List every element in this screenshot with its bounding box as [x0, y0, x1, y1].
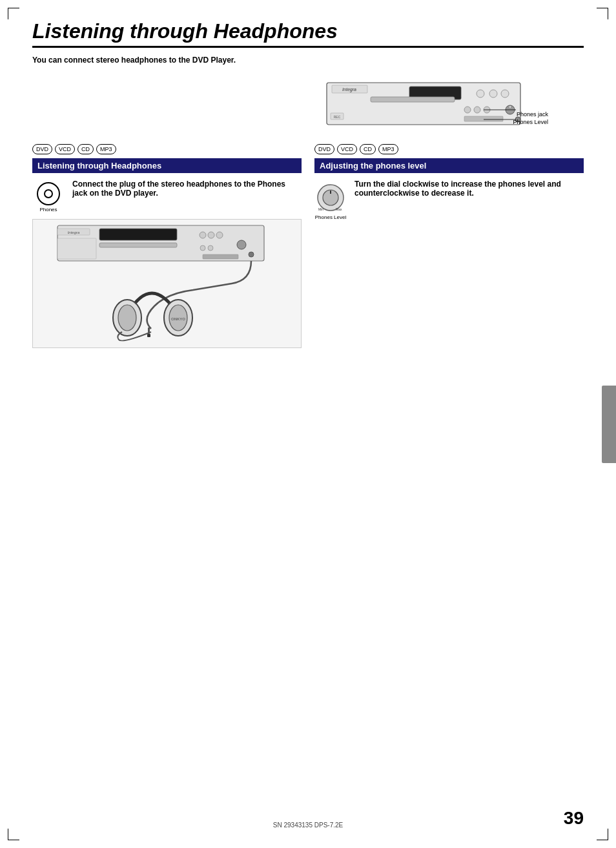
svg-text:Integra: Integra: [342, 87, 356, 92]
left-instruction-text: Connect the plug of the stereo headphone…: [72, 180, 302, 198]
phones-level-icon-area: Min Max Phones Level: [314, 180, 347, 220]
svg-rect-29: [203, 254, 238, 259]
svg-point-24: [216, 232, 223, 238]
svg-text:Min: Min: [318, 207, 323, 211]
svg-point-6: [489, 90, 497, 98]
svg-point-5: [477, 90, 484, 98]
badge-vcd-right: VCD: [337, 144, 357, 154]
right-section-header: Adjusting the phones level: [314, 158, 584, 173]
phones-jack-icon: [37, 182, 60, 205]
subtitle: You can connect stereo headphones to the…: [32, 56, 584, 65]
svg-point-22: [200, 232, 206, 238]
headphones-svg: Integra ONKYO: [51, 222, 283, 345]
phones-icon-label: Phones: [39, 207, 57, 212]
svg-point-25: [200, 245, 205, 251]
left-section-header: Listening through Headphones: [32, 158, 302, 173]
corner-mark-br: [597, 829, 608, 840]
svg-point-9: [474, 107, 480, 113]
badge-cd-left: CD: [77, 144, 94, 154]
svg-text:ONKYO: ONKYO: [170, 317, 185, 321]
corner-mark-tr: [597, 8, 608, 19]
badge-mp3-right: MP3: [378, 144, 398, 154]
svg-point-26: [208, 245, 213, 251]
page-number: 39: [564, 808, 584, 829]
phones-jack-inner: [44, 189, 53, 198]
headphones-illustration: Integra ONKYO: [32, 219, 302, 348]
page: Listening through Headphones You can con…: [0, 0, 616, 848]
left-column: DVD VCD CD MP3 Listening through Headpho…: [32, 144, 302, 348]
svg-text:Max: Max: [336, 207, 342, 211]
svg-point-8: [464, 107, 471, 113]
badge-cd-right: CD: [360, 144, 376, 154]
main-content: DVD VCD CD MP3 Listening through Headpho…: [32, 144, 584, 348]
phones-level-dial-svg: Min Max: [315, 182, 346, 213]
badge-dvd-right: DVD: [314, 144, 334, 154]
page-title: Listening through Headphones: [32, 19, 584, 48]
svg-rect-32: [57, 238, 96, 259]
svg-point-27: [237, 240, 246, 249]
phones-level-icon-label: Phones Level: [315, 214, 346, 220]
badge-vcd-left: VCD: [55, 144, 75, 154]
svg-point-23: [208, 232, 214, 238]
left-instruction-row: Phones Connect the plug of the stereo he…: [32, 180, 302, 212]
badge-dvd-left: DVD: [32, 144, 52, 154]
svg-point-34: [118, 305, 136, 331]
svg-text:Integra: Integra: [67, 231, 79, 234]
svg-point-7: [501, 90, 509, 98]
svg-rect-21: [99, 243, 177, 247]
svg-rect-39: [147, 334, 150, 337]
corner-mark-tl: [8, 8, 19, 19]
annotation-arrows: [484, 107, 548, 132]
corner-mark-bl: [8, 829, 19, 840]
svg-text:REC: REC: [334, 115, 341, 119]
left-format-badges: DVD VCD CD MP3: [32, 144, 302, 154]
right-instruction-row: Min Max Phones Level Turn the dial clock…: [314, 180, 584, 220]
phones-icon-area: Phones: [32, 180, 65, 212]
right-column: DVD VCD CD MP3 Adjusting the phones leve…: [314, 144, 584, 348]
svg-rect-4: [371, 97, 455, 102]
badge-mp3-left: MP3: [96, 144, 116, 154]
right-instruction-text: Turn the dial clockwise to increase the …: [354, 180, 584, 198]
svg-point-28: [249, 252, 254, 257]
footer: SN 29343135 DPS-7.2E: [273, 822, 343, 829]
top-device-area: Integra: [32, 78, 545, 138]
svg-rect-20: [99, 229, 177, 240]
right-format-badges: DVD VCD CD MP3: [314, 144, 584, 154]
svg-rect-38: [148, 327, 150, 334]
side-tab: [602, 386, 616, 463]
